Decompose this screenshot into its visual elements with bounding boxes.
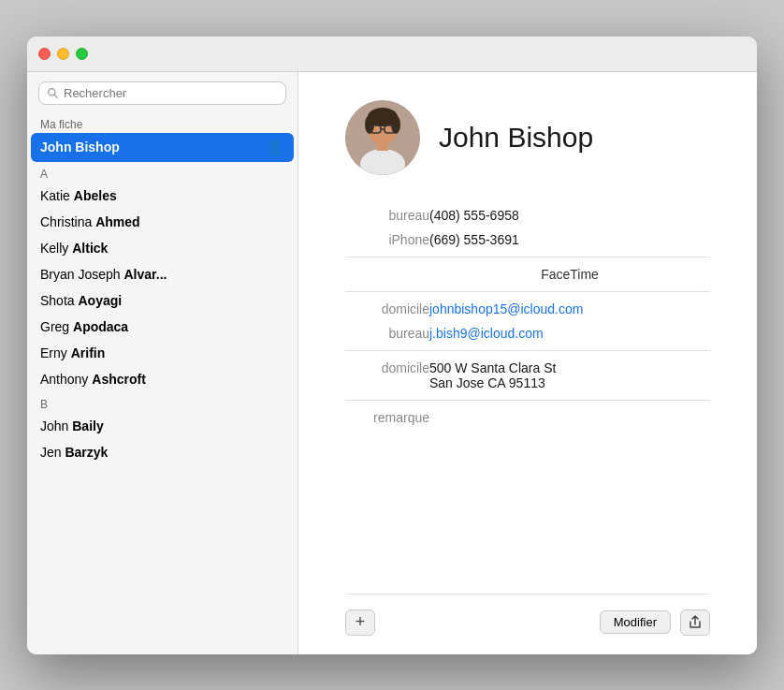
- contact-item-barzyk[interactable]: Jen Barzyk: [27, 439, 298, 465]
- my-card-name: John Bishop: [40, 139, 120, 154]
- section-label-b: B: [27, 392, 298, 413]
- modifier-button[interactable]: Modifier: [600, 610, 671, 634]
- svg-rect-9: [377, 141, 388, 151]
- contact-item-arifin[interactable]: Erny Arifin: [27, 340, 298, 366]
- field-remarque: remarque: [345, 405, 710, 430]
- field-value-bureau-email[interactable]: j.bish9@icloud.com: [429, 321, 710, 345]
- contact-header: John Bishop: [345, 100, 710, 175]
- search-input[interactable]: [64, 86, 278, 100]
- field-label-domicile-email: domicile: [345, 297, 429, 321]
- contact-item-ashcroft[interactable]: Anthony Ashcroft: [27, 366, 298, 392]
- contact-item-aoyagi[interactable]: Shota Aoyagi: [27, 287, 298, 314]
- bottom-bar: + Modifier: [345, 594, 710, 636]
- divider-2: [345, 286, 710, 297]
- share-button[interactable]: [680, 609, 710, 636]
- fields-table: bureau (408) 555-6958 iPhone (669) 555-3…: [345, 203, 710, 430]
- titlebar: [27, 37, 757, 72]
- contact-item-baily[interactable]: John Baily: [27, 413, 298, 439]
- contact-item-apodaca[interactable]: Greg Apodaca: [27, 314, 298, 340]
- field-label-domicile-address: domicile: [345, 356, 429, 395]
- contact-item-alvar[interactable]: Bryan Joseph Alvar...: [27, 261, 298, 287]
- divider-3: [345, 345, 710, 356]
- section-label-a: A: [27, 162, 298, 183]
- contact-item-altick[interactable]: Kelly Altick: [27, 235, 298, 261]
- sidebar: Ma fiche John Bishop 👤 A Katie Abeles Ch…: [27, 72, 298, 654]
- svg-line-1: [54, 95, 57, 97]
- detail-panel: John Bishop bureau (408) 555-6958 iPhone…: [298, 72, 757, 654]
- search-container: [27, 72, 298, 112]
- maximize-button[interactable]: [76, 48, 88, 60]
- field-bureau-phone: bureau (408) 555-6958: [345, 203, 710, 228]
- svg-point-6: [365, 115, 374, 134]
- contact-full-name: John Bishop: [439, 122, 593, 154]
- contacts-window: Ma fiche John Bishop 👤 A Katie Abeles Ch…: [27, 37, 757, 654]
- my-card-item[interactable]: John Bishop 👤: [31, 133, 294, 162]
- search-box: [38, 81, 286, 105]
- field-value-domicile-email[interactable]: johnbishop15@icloud.com: [429, 297, 710, 321]
- field-value-domicile-address: 500 W Santa Clara StSan Jose CA 95113: [429, 356, 710, 395]
- avatar: [345, 100, 420, 175]
- contacts-list: Ma fiche John Bishop 👤 A Katie Abeles Ch…: [27, 112, 298, 654]
- contact-item-ahmed[interactable]: Christina Ahmed: [27, 209, 298, 235]
- divider-4: [345, 395, 710, 405]
- field-label-iphone: iPhone: [345, 228, 429, 252]
- main-content: Ma fiche John Bishop 👤 A Katie Abeles Ch…: [27, 72, 757, 654]
- svg-point-7: [391, 115, 400, 134]
- field-value-facetime: FaceTime: [429, 262, 710, 286]
- me-icon: 👤: [266, 139, 284, 156]
- field-iphone: iPhone (669) 555-3691: [345, 228, 710, 252]
- field-domicile-address: domicile 500 W Santa Clara StSan Jose CA…: [345, 356, 710, 395]
- field-bureau-email: bureau j.bish9@icloud.com: [345, 321, 710, 345]
- contact-item-abeles[interactable]: Katie Abeles: [27, 183, 298, 209]
- field-value-iphone: (669) 555-3691: [429, 228, 710, 252]
- my-card-label: Ma fiche: [27, 112, 298, 133]
- plus-icon: +: [356, 612, 366, 632]
- field-label-bureau-phone: bureau: [345, 203, 429, 228]
- field-domicile-email: domicile johnbishop15@icloud.com: [345, 297, 710, 321]
- add-button[interactable]: +: [345, 609, 375, 636]
- field-value-remarque: [429, 405, 710, 430]
- field-label-remarque: remarque: [345, 405, 429, 430]
- search-icon: [47, 87, 59, 99]
- share-icon: [688, 615, 703, 630]
- minimize-button[interactable]: [57, 48, 69, 60]
- field-value-bureau-phone: (408) 555-6958: [429, 203, 710, 228]
- divider-1: [345, 252, 710, 262]
- close-button[interactable]: [38, 48, 51, 60]
- traffic-lights: [38, 48, 88, 60]
- field-facetime: FaceTime: [345, 262, 710, 286]
- field-label-bureau-email: bureau: [345, 321, 429, 345]
- field-label-facetime: [345, 262, 429, 286]
